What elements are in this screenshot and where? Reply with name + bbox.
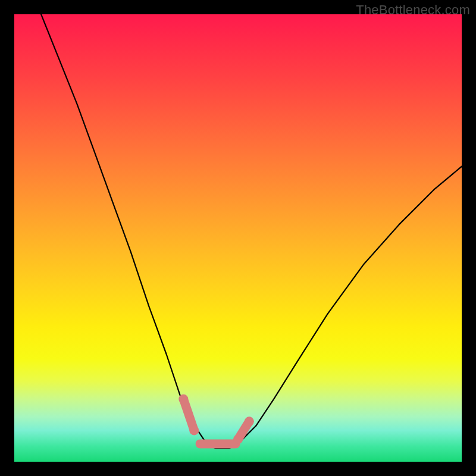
- bottleneck-curve: [41, 14, 462, 448]
- bottleneck-plot: [14, 14, 462, 462]
- left-marker-lower: [189, 425, 199, 435]
- curve-accent-markers: [178, 394, 254, 444]
- right-marker-upper: [245, 416, 254, 426]
- chart-frame: [14, 14, 462, 462]
- watermark-text: TheBottleneck.com: [356, 2, 470, 18]
- left-stub: [183, 399, 194, 431]
